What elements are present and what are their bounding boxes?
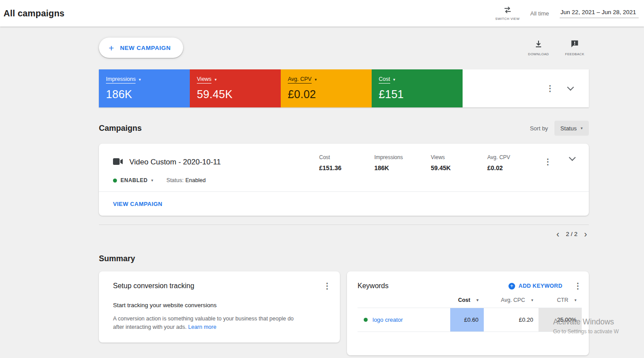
plus-icon: + bbox=[109, 43, 114, 53]
status-text: Status:Enabled bbox=[166, 177, 206, 183]
pagination-next-icon[interactable]: › bbox=[584, 229, 587, 238]
campaign-stat-views: Views 59.45K bbox=[431, 153, 487, 183]
feedback-icon bbox=[570, 39, 579, 50]
caret-down-icon: ▾ bbox=[580, 126, 583, 130]
metric-value: £0.02 bbox=[288, 88, 372, 101]
status-dot bbox=[113, 179, 117, 183]
video-camera-icon bbox=[113, 158, 123, 167]
sort-by-label: Sort by bbox=[530, 125, 548, 132]
add-circle-icon: + bbox=[508, 283, 515, 289]
column-header-avg-cpc[interactable]: Avg. CPC▾ bbox=[484, 297, 539, 303]
caret-down-icon: ▾ bbox=[215, 78, 217, 82]
metric-label: Impressions bbox=[106, 76, 136, 84]
caret-down-icon: ▾ bbox=[574, 298, 576, 302]
campaigns-section-title: Campaigns bbox=[99, 124, 142, 133]
metric-label: Avg. CPV bbox=[288, 76, 312, 84]
campaign-stat-cost: Cost £151.36 bbox=[319, 153, 374, 183]
metric-value: 186K bbox=[106, 88, 190, 101]
caret-down-icon: ▾ bbox=[531, 298, 533, 302]
switch-view-label: SWITCH VIEW bbox=[495, 17, 520, 21]
campaign-status-dropdown[interactable]: ENABLED bbox=[121, 177, 148, 183]
date-preset-label: All time bbox=[530, 10, 549, 17]
caret-down-icon: ▾ bbox=[151, 179, 154, 183]
add-keyword-button[interactable]: + ADD KEYWORD bbox=[508, 283, 562, 289]
caret-down-icon: ▾ bbox=[315, 78, 317, 82]
learn-more-link[interactable]: Learn more bbox=[188, 324, 216, 330]
keywords-card: Keywords + ADD KEYWORD ⋮ Cost▾ Avg. CPC▾… bbox=[347, 271, 589, 355]
metric-tile-impressions[interactable]: Impressions▾ 186K bbox=[99, 69, 190, 107]
metrics-expand-chevron-icon[interactable] bbox=[567, 84, 574, 91]
column-header-cost[interactable]: Cost▾ bbox=[450, 297, 484, 303]
sort-value: Status bbox=[561, 125, 577, 132]
pagination-prev-icon[interactable]: ‹ bbox=[556, 229, 559, 238]
keyword-link[interactable]: logo creator bbox=[373, 316, 403, 323]
switch-view-icon bbox=[503, 6, 512, 15]
feedback-button[interactable]: FEEDBACK bbox=[561, 39, 589, 56]
conversion-tracking-card: Setup conversion tracking ⋮ Start tracki… bbox=[99, 271, 340, 343]
column-header-ctr[interactable]: CTR▾ bbox=[539, 297, 582, 303]
conversion-overflow-menu-icon[interactable]: ⋮ bbox=[323, 282, 331, 290]
keyword-row-partial bbox=[358, 331, 582, 355]
sort-by-dropdown[interactable]: Status ▾ bbox=[554, 121, 589, 136]
conversion-card-title: Setup conversion tracking bbox=[113, 282, 194, 290]
keyword-avg-cpc-cell: £0.20 bbox=[484, 308, 539, 331]
metric-label: Views bbox=[197, 76, 211, 84]
view-campaign-link[interactable]: VIEW CAMPAIGN bbox=[113, 201, 162, 207]
download-label: DOWNLOAD bbox=[528, 52, 549, 56]
download-button[interactable]: DOWNLOAD bbox=[524, 39, 553, 56]
main-content: + NEW CAMPAIGN DOWNLOAD bbox=[99, 27, 589, 355]
campaign-card: Video Custom - 2020-10-11 ENABLED ▾ Stat… bbox=[99, 144, 589, 216]
date-range-picker[interactable]: Jun 22, 2021 – Jun 28, 2021 bbox=[560, 9, 639, 18]
feedback-label: FEEDBACK bbox=[565, 52, 584, 56]
download-icon bbox=[534, 39, 543, 50]
keywords-overflow-menu-icon[interactable]: ⋮ bbox=[574, 282, 582, 290]
metric-value: £151 bbox=[379, 88, 463, 101]
caret-down-icon: ▾ bbox=[139, 78, 141, 82]
top-bar: All campaigns SWITCH VIEW All time Jun 2… bbox=[0, 0, 644, 27]
metric-tile-views[interactable]: Views▾ 59.45K bbox=[190, 69, 281, 107]
metric-tile-cost[interactable]: Cost▾ £151 bbox=[372, 69, 463, 107]
keyword-status-dot bbox=[364, 318, 368, 322]
caret-down-icon: ▾ bbox=[476, 298, 478, 302]
keywords-card-title: Keywords bbox=[358, 282, 508, 290]
caret-down-icon: ▾ bbox=[393, 78, 395, 82]
pagination-page-indicator: 2 / 2 bbox=[566, 231, 577, 237]
metric-tile-avg-cpv[interactable]: Avg. CPV▾ £0.02 bbox=[281, 69, 372, 107]
conversion-card-subtitle: Start tracking your website conversions bbox=[113, 302, 331, 308]
campaign-name: Video Custom - 2020-10-11 bbox=[129, 158, 221, 167]
switch-view-button[interactable]: SWITCH VIEW bbox=[495, 6, 520, 21]
page-title: All campaigns bbox=[4, 8, 64, 19]
divider bbox=[99, 225, 589, 225]
metric-value: 59.45K bbox=[197, 88, 281, 101]
add-keyword-label: ADD KEYWORD bbox=[519, 283, 562, 289]
new-campaign-button[interactable]: + NEW CAMPAIGN bbox=[99, 38, 183, 58]
campaign-expand-chevron-icon[interactable] bbox=[569, 154, 576, 161]
keywords-table-header: Cost▾ Avg. CPC▾ CTR▾ bbox=[358, 293, 582, 308]
campaign-overflow-menu-icon[interactable]: ⋮ bbox=[544, 158, 552, 166]
keyword-cost-cell: £0.60 bbox=[450, 308, 484, 331]
summary-section-title: Summary bbox=[99, 254, 589, 263]
campaign-stat-avg-cpv: Avg. CPV £0.02 bbox=[487, 153, 544, 183]
campaign-stat-impressions: Impressions 186K bbox=[374, 153, 431, 183]
keyword-ctr-cell: 25.00% bbox=[539, 308, 582, 331]
metrics-overflow-menu-icon[interactable]: ⋮ bbox=[546, 84, 554, 92]
conversion-card-body: A conversion action is something valuabl… bbox=[113, 315, 305, 332]
new-campaign-label: NEW CAMPAIGN bbox=[120, 45, 171, 51]
pagination: ‹ 2 / 2 › bbox=[99, 229, 589, 238]
metric-label: Cost bbox=[379, 76, 390, 84]
keyword-row: logo creator £0.60 £0.20 25.00% bbox=[358, 308, 582, 331]
metrics-bar: Impressions▾ 186K Views▾ 59.45K Avg. CPV… bbox=[99, 69, 589, 107]
